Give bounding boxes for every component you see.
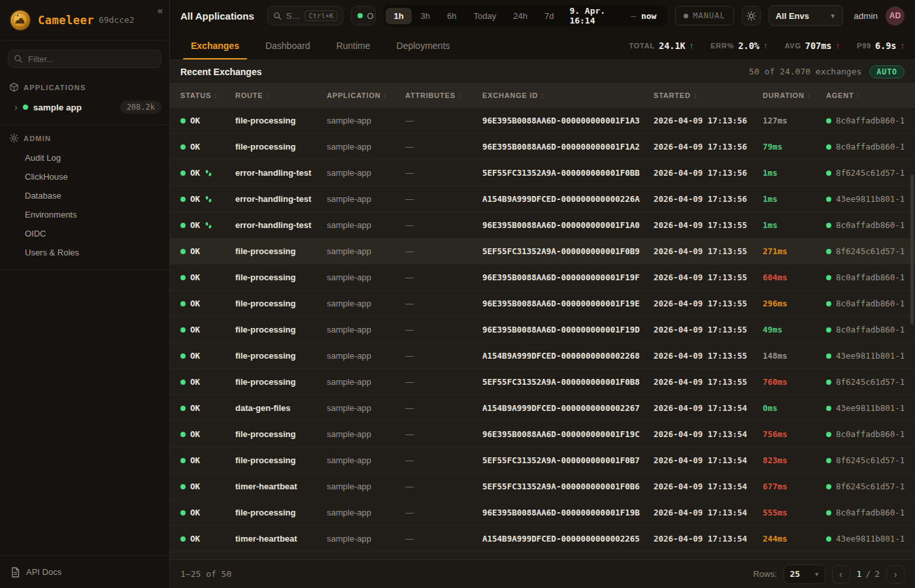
table-row[interactable]: OK file-processing sample-app — 96E395B0… bbox=[170, 317, 915, 343]
filter-input[interactable] bbox=[8, 50, 161, 68]
time-range-7d[interactable]: 7d bbox=[537, 8, 561, 24]
environment-select[interactable]: All Envs ▼ bbox=[769, 5, 844, 26]
cell-status: OK bbox=[180, 508, 235, 517]
current-page: 1 bbox=[857, 569, 862, 579]
table-row[interactable]: OK file-processing sample-app — 96E395B0… bbox=[170, 421, 915, 448]
table-row[interactable]: OK file-processing sample-app — 96E395B0… bbox=[170, 265, 915, 291]
table-row[interactable]: OK error-handling-test sample-app — 96E3… bbox=[170, 212, 915, 238]
column-header-started[interactable]: STARTED bbox=[654, 91, 763, 99]
sidebar: Cameleer 69dcce2 « APPLICATIONS › sample… bbox=[0, 0, 170, 588]
status-dot-green bbox=[826, 171, 831, 176]
cell-agent: 8f6245c61d57-1 bbox=[826, 377, 905, 387]
cell-route: error-handling-test bbox=[235, 220, 327, 230]
table-row[interactable]: OK timer-heartbeat sample-app — 5EF55FC3… bbox=[170, 474, 915, 500]
cell-attributes: — bbox=[405, 377, 482, 387]
table-row[interactable]: OK error-handling-test sample-app — A154… bbox=[170, 186, 915, 212]
next-page-button[interactable]: › bbox=[886, 565, 905, 583]
summary-stats: TOTAL24.1K↑ERR%2.0%↑AVG707ms↑P996.9s↑ bbox=[629, 31, 905, 59]
cell-application: sample-app bbox=[327, 168, 405, 178]
time-range-3h[interactable]: 3h bbox=[413, 8, 438, 24]
column-header-application[interactable]: APPLICATION bbox=[327, 91, 405, 99]
column-header-attributes[interactable]: ATTRIBUTES bbox=[405, 91, 482, 99]
column-header-duration[interactable]: DURATION bbox=[763, 91, 826, 99]
cell-attributes: — bbox=[405, 508, 482, 517]
search-shortcut-kbd: Ctrl+K bbox=[305, 10, 337, 21]
time-to: now bbox=[641, 11, 656, 21]
sidebar-item-users-roles[interactable]: Users & Roles bbox=[0, 243, 169, 262]
cell-duration: 555ms bbox=[763, 508, 826, 517]
status-dot-green bbox=[826, 536, 831, 542]
cell-attributes: — bbox=[405, 272, 482, 282]
sidebar-item-sample-app[interactable]: › sample app 208.2k bbox=[0, 96, 169, 118]
sidebar-collapse-button[interactable]: « bbox=[158, 5, 163, 15]
table-title: Recent Exchanges bbox=[180, 67, 262, 77]
tab-dashboard[interactable]: Dashboard bbox=[255, 31, 321, 59]
tab-runtime[interactable]: Runtime bbox=[325, 31, 380, 59]
cell-application: sample-app bbox=[327, 194, 405, 204]
time-range-display[interactable]: 9. Apr. 16:14 – now bbox=[563, 6, 665, 25]
table-row[interactable]: OK file-processing sample-app — 96E395B0… bbox=[170, 500, 915, 526]
sidebar-item-environments[interactable]: Environments bbox=[0, 205, 169, 224]
sidebar-item-clickhouse[interactable]: ClickHouse bbox=[0, 167, 169, 186]
sidebar-item-audit-log[interactable]: Audit Log bbox=[0, 148, 169, 167]
cell-exchange-id: 96E395B0088AA6D-000000000001F1A3 bbox=[482, 116, 654, 125]
cell-route: file-processing bbox=[235, 455, 327, 465]
theme-toggle-button[interactable] bbox=[742, 6, 761, 25]
pagination-range-text: 1–25 of 50 bbox=[180, 569, 231, 579]
table-row[interactable]: OK file-processing sample-app — 96E395B0… bbox=[170, 108, 915, 134]
column-header-exchange-id[interactable]: EXCHANGE ID bbox=[482, 91, 654, 99]
table-row[interactable]: OK file-processing sample-app — A154B9A9… bbox=[170, 343, 915, 369]
time-range-6h[interactable]: 6h bbox=[439, 8, 464, 24]
global-search-button[interactable]: S… Ctrl+K bbox=[267, 6, 344, 25]
time-range-1h[interactable]: 1h bbox=[386, 8, 411, 24]
table-row[interactable]: OK file-processing sample-app — 96E395B0… bbox=[170, 291, 915, 317]
stat-avg: AVG707ms↑ bbox=[784, 41, 840, 51]
manual-refresh-button[interactable]: MANUAL bbox=[675, 6, 733, 25]
tab-deployments[interactable]: Deployments bbox=[386, 31, 461, 59]
status-dot-green bbox=[180, 223, 186, 228]
table-footer: 1–25 of 50 Rows: 25 ▼ ‹ 1 / 2 › bbox=[170, 559, 915, 588]
cell-started: 2026-04-09 17:13:55 bbox=[654, 220, 763, 230]
column-header-agent[interactable]: AGENT bbox=[826, 91, 905, 99]
avatar[interactable]: AD bbox=[886, 7, 905, 25]
cell-route: file-processing bbox=[235, 246, 327, 256]
table-row[interactable]: OK file-processing sample-app — 5EF55FC3… bbox=[170, 238, 915, 265]
table-row[interactable]: OK timer-heartbeat sample-app — A154B9A9… bbox=[170, 526, 915, 552]
table-row[interactable]: OK error-handling-test sample-app — 5EF5… bbox=[170, 160, 915, 186]
api-docs-link[interactable]: API Docs bbox=[0, 555, 169, 588]
sidebar-item-oidc[interactable]: OIDC bbox=[0, 224, 169, 243]
chevron-right-icon[interactable]: › bbox=[14, 102, 18, 112]
column-header-status[interactable]: STATUS bbox=[180, 91, 235, 99]
time-range-today[interactable]: Today bbox=[466, 8, 505, 24]
cell-duration: 244ms bbox=[763, 534, 826, 544]
rows-per-page-select[interactable]: 25 ▼ bbox=[784, 564, 825, 584]
table-row[interactable]: OK file-processing sample-app — 96E395B0… bbox=[170, 134, 915, 160]
sidebar-item-database[interactable]: Database bbox=[0, 186, 169, 205]
table-row[interactable]: OK file-processing sample-app — 5EF55FC3… bbox=[170, 448, 915, 474]
cell-status: OK bbox=[180, 403, 235, 413]
chevron-down-icon: ▼ bbox=[815, 571, 818, 578]
search-icon bbox=[273, 12, 282, 20]
cell-agent: 43ee9811b801-1 bbox=[826, 194, 905, 204]
cell-application: sample-app bbox=[327, 429, 405, 439]
cell-agent: 8c0affadb860-1 bbox=[826, 299, 905, 308]
cell-duration: 756ms bbox=[763, 429, 826, 439]
cell-started: 2026-04-09 17:13:54 bbox=[654, 429, 763, 439]
auto-refresh-badge[interactable]: AUTO bbox=[869, 65, 905, 78]
previous-page-button[interactable]: ‹ bbox=[832, 565, 850, 583]
cell-agent: 8f6245c61d57-1 bbox=[826, 455, 905, 465]
cell-application: sample-app bbox=[327, 116, 405, 125]
table-header-bar: Recent Exchanges 50 of 24.070 exchanges … bbox=[170, 60, 915, 83]
cell-agent: 43ee9811b801-1 bbox=[826, 534, 905, 544]
sidebar-divider bbox=[0, 125, 169, 125]
page-title: All Applications bbox=[180, 10, 254, 22]
time-range-24h[interactable]: 24h bbox=[505, 8, 535, 24]
cell-duration: 271ms bbox=[763, 246, 826, 256]
scrollbar-thumb[interactable] bbox=[910, 174, 914, 325]
column-header-route[interactable]: ROUTE bbox=[235, 91, 327, 99]
table-row[interactable]: OK file-processing sample-app — 5EF55FC3… bbox=[170, 369, 915, 395]
table-row[interactable]: OK data-gen-files sample-app — A154B9A99… bbox=[170, 395, 915, 421]
cell-exchange-id: 5EF55FC31352A9A-000000000001F0B9 bbox=[482, 246, 654, 256]
tab-exchanges[interactable]: Exchanges bbox=[180, 31, 250, 59]
live-status-button[interactable]: O bbox=[351, 6, 376, 25]
